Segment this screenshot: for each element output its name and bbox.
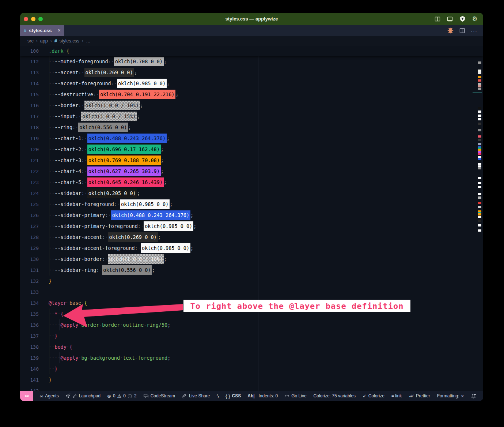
code-line-127[interactable]: 127··--sidebar-primary-foreground:·oklch… xyxy=(20,221,483,232)
breadcrumb-src[interactable]: src xyxy=(27,38,34,44)
code-line-139[interactable]: 139····@apply·bg-background·text-foregro… xyxy=(20,352,483,363)
code-line-100[interactable]: 100.dark·{ xyxy=(20,46,69,56)
minimap-block xyxy=(478,163,481,165)
minimap-block xyxy=(478,193,481,195)
shield-extension-icon[interactable] xyxy=(459,16,466,22)
code-text: } xyxy=(49,276,52,286)
code-line-130[interactable]: 130··--sidebar-border:·oklch(1 0 0 / 10%… xyxy=(20,254,483,265)
info-icon xyxy=(128,394,132,398)
code-line-141[interactable]: 141} xyxy=(20,374,483,385)
indent-guide xyxy=(49,199,49,210)
code-line-137[interactable]: 137··} xyxy=(20,330,483,341)
sticky-scroll-line[interactable]: 100.dark·{ xyxy=(20,46,483,56)
starburst-extension-icon[interactable] xyxy=(447,27,454,34)
minimap-block xyxy=(478,85,481,87)
css-file-icon: # xyxy=(24,28,26,33)
line-number: 123 xyxy=(20,180,39,185)
line-number: 117 xyxy=(20,114,39,119)
statusbar-problems[interactable]: ⊗ 0 ⚠ 0 2 xyxy=(107,393,137,399)
code-line-116[interactable]: 116··--border:·oklch(1 0 0 / 10%); xyxy=(20,100,483,111)
minimap-block xyxy=(478,186,481,188)
code-line-118[interactable]: 118··--ring:·oklch(0.556 0 0); xyxy=(20,122,483,133)
indent-guide xyxy=(49,122,49,133)
statusbar-link[interactable]: = link xyxy=(391,393,402,398)
line-number: 100 xyxy=(20,48,39,54)
indent-guide xyxy=(49,243,49,254)
code-line-115[interactable]: 115··--destructive:·oklch(0.704 0.191 22… xyxy=(20,89,483,100)
line-number: 128 xyxy=(20,235,39,240)
line-number: 135 xyxy=(20,311,39,317)
code-editor[interactable]: 100.dark·{ 112··--muted-foreground:·oklc… xyxy=(20,46,483,391)
statusbar-agents[interactable]: ∞ Agents xyxy=(40,393,59,399)
code-line-113[interactable]: 113··--accent:·oklch(0.269 0 0); xyxy=(20,67,483,78)
chevron-right-icon: › xyxy=(36,38,38,44)
code-line-129[interactable]: 129··--sidebar-accent-foreground:·oklch(… xyxy=(20,243,483,254)
tab-styles-css[interactable]: # styles.css × xyxy=(20,25,64,36)
code-line-119[interactable]: 119··--chart-1:·oklch(0.488 0.243 264.37… xyxy=(20,133,483,144)
code-line-126[interactable]: 126··--sidebar-primary:·oklch(0.488 0.24… xyxy=(20,210,483,221)
toggle-panel-icon[interactable] xyxy=(447,16,453,22)
statusbar-prettier[interactable]: ✓✓ Prettier xyxy=(409,393,430,399)
broadcast-icon xyxy=(285,394,289,398)
code-line-114[interactable]: 114··--accent-foreground:·oklch(0.985 0 … xyxy=(20,78,483,89)
code-line-128[interactable]: 128··--sidebar-accent:·oklch(0.269 0 0); xyxy=(20,232,483,243)
code-line-142[interactable]: 142 xyxy=(20,385,483,391)
indent-guide xyxy=(49,133,49,144)
statusbar-ab-indicator[interactable]: Ab| xyxy=(247,393,254,398)
minimap-block xyxy=(478,196,481,199)
error-icon: ⊗ xyxy=(107,393,111,399)
lightning-icon[interactable]: ϟ xyxy=(216,393,219,399)
code-line-140[interactable]: 140··} xyxy=(20,363,483,374)
code-text: .dark·{ xyxy=(49,46,69,56)
code-line-121[interactable]: 121··--chart-3:·oklch(0.769 0.188 70.08)… xyxy=(20,155,483,166)
breadcrumb-app[interactable]: app xyxy=(40,38,48,44)
code-text: ··--input:·oklch(1 0 0 / 15%); xyxy=(49,111,140,122)
code-text: ··--destructive:·oklch(0.704 0.191 22.21… xyxy=(49,89,179,100)
code-line-123[interactable]: 123··--chart-5:·oklch(0.645 0.246 16.439… xyxy=(20,177,483,188)
minimap-block xyxy=(478,135,481,138)
indent-guide xyxy=(49,188,49,199)
statusbar-colorize[interactable]: ✓ Colorize xyxy=(363,393,384,399)
statusbar-language-mode[interactable]: { } CSS xyxy=(226,393,241,399)
split-columns-icon[interactable] xyxy=(434,16,441,22)
statusbar-liveshare[interactable]: Live Share xyxy=(182,393,210,398)
code-text: ··--chart-1:·oklch(0.488 0.243 264.376); xyxy=(49,133,170,144)
line-number: 136 xyxy=(20,322,39,328)
code-line-138[interactable]: 138··body·{ xyxy=(20,341,483,352)
gear-icon[interactable]: ⚙ xyxy=(471,16,478,22)
code-line-125[interactable]: 125··--sidebar-foreground:·oklch(0.985 0… xyxy=(20,199,483,210)
code-line-120[interactable]: 120··--chart-2:·oklch(0.696 0.17 162.48)… xyxy=(20,144,483,155)
statusbar-formatting[interactable]: Formatting: × xyxy=(437,393,464,399)
code-line-131[interactable]: 131··--sidebar-ring:·oklch(0.556 0 0); xyxy=(20,265,483,276)
breadcrumb[interactable]: src › app › # styles.css › … xyxy=(20,36,483,46)
more-actions-icon[interactable]: ··· xyxy=(471,27,477,34)
statusbar-golive[interactable]: Go Live xyxy=(285,393,306,398)
statusbar-indents[interactable]: Indents: 0 xyxy=(258,393,278,398)
indent-guide xyxy=(49,341,49,352)
tab-close-icon[interactable]: × xyxy=(58,27,61,33)
minimap-block xyxy=(478,118,481,120)
code-line-132[interactable]: 132} xyxy=(20,276,483,286)
code-text: ··--chart-4:·oklch(0.627 0.265 303.9); xyxy=(49,166,164,177)
bell-icon[interactable] xyxy=(471,393,476,399)
minimap-block xyxy=(478,177,481,179)
line-number: 115 xyxy=(20,92,39,97)
breadcrumb-symbol[interactable]: … xyxy=(86,38,91,44)
code-line-124[interactable]: 124··--sidebar:·oklch(0.205 0 0); xyxy=(20,188,483,199)
code-text: ··} xyxy=(49,330,57,341)
code-text: ··--muted-foreground:·oklch(0.708 0 0); xyxy=(49,56,167,67)
code-line-122[interactable]: 122··--chart-4:·oklch(0.627 0.265 303.9)… xyxy=(20,166,483,177)
breadcrumb-file[interactable]: styles.css xyxy=(60,38,79,44)
statusbar-colorize-count[interactable]: Colorize: 75 variables xyxy=(314,393,356,398)
code-line-117[interactable]: 117··--input:·oklch(1 0 0 / 15%); xyxy=(20,111,483,122)
remote-indicator[interactable]: >< xyxy=(20,391,33,401)
minimap-block xyxy=(478,202,481,204)
statusbar-launchpad[interactable]: Launchpad xyxy=(65,393,101,398)
split-editor-icon[interactable] xyxy=(459,28,465,33)
double-check-icon: ✓✓ xyxy=(409,393,412,399)
code-text: ··--chart-2:·oklch(0.696 0.17 162.48); xyxy=(49,144,164,155)
line-number: 133 xyxy=(20,289,39,295)
code-line-112[interactable]: 112··--muted-foreground:·oklch(0.708 0 0… xyxy=(20,56,483,67)
pencil-icon xyxy=(72,394,77,398)
statusbar-codestream[interactable]: CodeStream xyxy=(143,393,175,398)
